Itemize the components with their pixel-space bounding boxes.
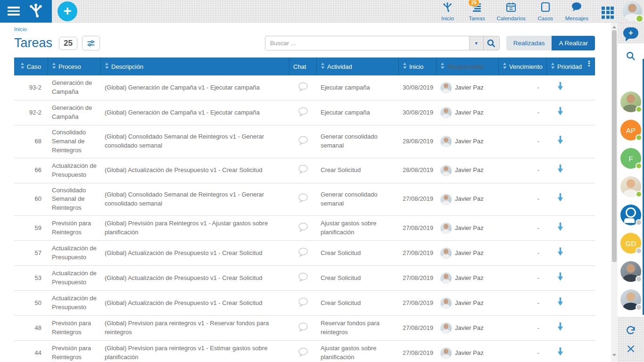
priority-button[interactable] <box>547 75 595 100</box>
table-row[interactable]: 60 Consolidado Semanal de Reintegros (Gl… <box>14 183 595 216</box>
search-group: ▼ <box>265 36 500 50</box>
header-chat: Chat <box>289 58 317 75</box>
case-number: 53 <box>14 266 48 290</box>
header-vencimiento[interactable]: Vencimiento <box>499 58 547 75</box>
scroll-up-arrow-icon[interactable] <box>611 24 618 30</box>
add-case-button[interactable]: + <box>58 1 77 21</box>
contact-item[interactable] <box>620 91 641 112</box>
task-description: (Global) Actualización de Presupuesto v1… <box>101 266 289 290</box>
frog-logo-icon[interactable] <box>27 2 44 20</box>
responsible-cell: Javier Paz <box>437 75 499 100</box>
priority-low-arrow-icon <box>556 193 564 206</box>
chat-button[interactable] <box>289 216 317 240</box>
nav-calendarios-label: Calendarios <box>496 16 525 21</box>
nav-casos[interactable]: Casos <box>536 1 555 21</box>
chat-sidebar: + AP F GD <box>618 23 644 362</box>
contact-item[interactable]: F <box>620 148 641 169</box>
table-row[interactable]: 66 Actualización de Presupuesto (Global)… <box>14 158 595 183</box>
chat-button[interactable] <box>289 75 317 100</box>
contact-item[interactable] <box>620 261 641 282</box>
nav-calendarios[interactable]: Calendarios <box>496 1 525 21</box>
filter-button[interactable] <box>82 36 100 50</box>
nav-inicio-label: Inicio <box>441 16 454 21</box>
main-scrollbar[interactable] <box>611 23 618 362</box>
table-row[interactable]: 59 Previsión para Reintegros (Global) Pr… <box>14 216 595 241</box>
chat-button[interactable] <box>289 158 317 183</box>
chat-button[interactable] <box>289 241 317 265</box>
chat-button[interactable] <box>289 266 317 290</box>
priority-low-arrow-icon <box>556 135 564 148</box>
contact-item[interactable] <box>620 289 641 310</box>
header-proceso[interactable]: Proceso <box>48 58 101 75</box>
priority-button[interactable] <box>547 125 595 158</box>
breadcrumb[interactable]: Inicio <box>14 26 595 32</box>
priority-button[interactable] <box>547 100 595 125</box>
scrollbar-thumb[interactable] <box>612 30 617 262</box>
priority-button[interactable] <box>547 266 595 290</box>
a-realizar-button[interactable]: A Realizar <box>552 36 595 50</box>
table-row[interactable]: 68 Consolidado Semanal de Reintegros (Gl… <box>14 125 595 158</box>
header-responsable[interactable]: Responsable <box>437 58 499 75</box>
scroll-down-arrow-icon[interactable] <box>611 352 618 358</box>
due-date: - <box>499 100 547 125</box>
refresh-icon[interactable] <box>626 326 636 336</box>
chat-button[interactable] <box>289 316 317 340</box>
chat-outline-icon <box>297 135 309 148</box>
due-date: - <box>499 241 547 265</box>
table-row[interactable]: 92-2 Generación de Campaña (Global) Gene… <box>14 100 595 125</box>
table-row[interactable]: 44 Previsión para Reintegros (Global) Pr… <box>14 341 595 362</box>
realizadas-button[interactable]: Realizadas <box>506 36 552 50</box>
case-number: 60 <box>14 183 48 216</box>
header-descripcion[interactable]: Descripción <box>101 58 289 75</box>
header-caso[interactable]: Caso <box>14 58 48 75</box>
priority-button[interactable] <box>547 291 595 315</box>
new-chat-button[interactable]: + <box>623 27 638 39</box>
table-row[interactable]: 57 Actualización de Presupuesto (Global)… <box>14 241 595 266</box>
user-avatar[interactable] <box>622 1 642 21</box>
column-options-icon[interactable]: ⋮ <box>586 62 593 65</box>
chat-button[interactable] <box>289 125 317 158</box>
responsible-name: Javier Paz <box>455 349 484 358</box>
nav-mensajes[interactable]: Mensajes <box>565 1 588 21</box>
due-date: - <box>499 158 547 183</box>
activity-name: Reservar fondos para reintegros <box>317 316 399 340</box>
nav-tareas[interactable]: 25 Tareas <box>467 1 486 21</box>
table-row[interactable]: 53 Actualización de Presupuesto (Global)… <box>14 266 595 291</box>
priority-button[interactable] <box>547 241 595 265</box>
table-row[interactable]: 50 Actualización de Presupuesto (Global)… <box>14 291 595 316</box>
contact-status-dot <box>636 276 642 282</box>
header-actividad[interactable]: Actividad <box>317 58 399 75</box>
table-row[interactable]: 48 Previsión para Reintegros (Global) Pr… <box>14 316 595 341</box>
apps-grid-icon[interactable] <box>602 7 614 19</box>
priority-button[interactable] <box>547 341 595 362</box>
chat-outline-icon <box>297 82 309 94</box>
chat-button[interactable] <box>289 100 317 125</box>
table-row[interactable]: 93-2 Generación de Campaña (Global) Gene… <box>14 75 595 100</box>
close-sidebar-icon[interactable] <box>627 345 635 353</box>
hamburger-menu-icon[interactable] <box>8 7 20 16</box>
search-input[interactable] <box>265 36 469 50</box>
priority-low-arrow-icon <box>556 272 564 285</box>
priority-button[interactable] <box>547 183 595 216</box>
header-inicio[interactable]: Inicio <box>399 58 437 75</box>
chat-button[interactable] <box>289 341 317 362</box>
contact-item[interactable] <box>620 176 641 197</box>
process-name: Actualización de Presupuesto <box>48 266 101 290</box>
search-button[interactable] <box>483 36 499 50</box>
sort-icon <box>440 63 445 70</box>
search-options-caret[interactable]: ▼ <box>469 36 483 50</box>
contact-status-dot <box>636 247 642 254</box>
case-number: 93-2 <box>14 75 48 100</box>
contact-item[interactable]: AP <box>620 120 641 140</box>
nav-inicio[interactable]: Inicio <box>438 1 457 21</box>
priority-button[interactable] <box>547 216 595 240</box>
chat-button[interactable] <box>289 183 317 216</box>
priority-button[interactable] <box>547 316 595 340</box>
contact-search-icon[interactable] <box>618 51 644 61</box>
start-date: 30/08/2019 <box>399 75 437 100</box>
chat-button[interactable] <box>289 291 317 315</box>
contact-item[interactable] <box>620 205 641 225</box>
priority-button[interactable] <box>547 158 595 183</box>
contact-item[interactable]: GD <box>620 233 641 254</box>
responsible-avatar <box>440 272 452 284</box>
